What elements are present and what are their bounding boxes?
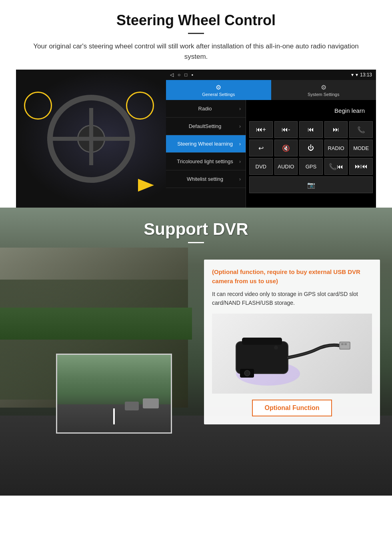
subtitle-text: Your original car's steering wheel contr…	[24, 41, 368, 62]
begin-learn-row: Begin learn	[249, 103, 373, 118]
ctrl-btn-gps[interactable]: GPS	[299, 158, 323, 175]
control-row-1: ⏮+ ⏮- ⏮ ⏭ 📞	[249, 121, 373, 138]
dvr-description-text: It can record video only to storage in G…	[212, 290, 372, 308]
dvr-thumb-car-1	[143, 398, 159, 408]
clock-display: 13:13	[360, 72, 372, 78]
svg-point-6	[274, 346, 278, 350]
nav-menu-icon[interactable]: ▪	[192, 72, 193, 78]
android-tabs: ⚙ General Settings ⚙ System Settings	[166, 80, 376, 100]
section-dvr: Support DVR (Optional function, require …	[0, 208, 392, 496]
ctrl-btn-dvd[interactable]: DVD	[249, 158, 273, 175]
begin-learn-button[interactable]: Begin learn	[326, 103, 373, 118]
left-control-highlight	[24, 92, 52, 120]
dvr-thumb-car-2	[125, 402, 139, 410]
tab-system-label: System Settings	[308, 92, 339, 97]
nav-square-icon[interactable]: □	[184, 72, 187, 78]
nav-home-icon[interactable]: ○	[178, 72, 180, 78]
chevron-icon: ›	[239, 124, 241, 129]
control-row-3: DVD AUDIO GPS 📞⏮ ⏭⏮	[249, 158, 373, 175]
chevron-icon: ›	[239, 141, 241, 147]
statusbar-nav: ◁ ○ □ ▪	[170, 72, 193, 78]
android-content-area: Radio › DefaultSetting › Steering Wheel …	[166, 100, 376, 208]
dvr-footage-thumbnail	[56, 354, 172, 434]
android-ui-panel: ◁ ○ □ ▪ ▾ ▾ 13:13 ⚙ General Settings	[166, 70, 376, 208]
menu-item-whitelist[interactable]: Whitelist setting ›	[166, 170, 246, 188]
tab-general-label: General Settings	[202, 92, 235, 97]
menu-item-tricoloured[interactable]: Tricoloured light settings ›	[166, 153, 246, 170]
ctrl-btn-radio[interactable]: RADIO	[324, 140, 348, 156]
ctrl-btn-audio[interactable]: AUDIO	[274, 158, 298, 175]
android-statusbar: ◁ ○ □ ▪ ▾ ▾ 13:13	[166, 70, 376, 80]
ctrl-btn-call-next[interactable]: ⏭⏮	[349, 158, 373, 175]
menu-item-default-setting[interactable]: DefaultSetting ›	[166, 118, 246, 135]
menu-item-radio[interactable]: Radio ›	[166, 100, 246, 118]
right-control-highlight	[126, 92, 154, 120]
device-demo-container: ◁ ○ □ ▪ ▾ ▾ 13:13 ⚙ General Settings	[16, 70, 376, 208]
dvr-title-area: Support DVR	[0, 208, 392, 247]
wifi-icon: ▾	[356, 72, 358, 78]
svg-rect-9	[341, 343, 344, 345]
ctrl-btn-call[interactable]: 📞	[349, 121, 373, 138]
ctrl-btn-vol-up[interactable]: ⏮+	[249, 121, 273, 138]
steering-wheel-photo	[16, 70, 166, 208]
dvr-camera-image	[212, 314, 372, 394]
ctrl-btn-power[interactable]: ⏻	[299, 140, 323, 156]
nav-back-icon[interactable]: ◁	[170, 72, 174, 78]
menu-item-steering-wheel[interactable]: Steering Wheel learning ›	[166, 135, 246, 153]
ctrl-btn-back[interactable]: ↩	[249, 140, 273, 156]
dvr-camera-svg	[228, 318, 356, 390]
signal-icon: ▾	[351, 72, 354, 78]
title-divider	[188, 33, 204, 34]
page-title: Steering Wheel Control	[16, 12, 376, 29]
tab-system-settings[interactable]: ⚙ System Settings	[271, 80, 376, 100]
system-icon: ⚙	[321, 84, 326, 91]
chevron-icon: ›	[239, 159, 241, 164]
statusbar-status: ▾ ▾ 13:13	[351, 72, 372, 78]
svg-point-5	[244, 370, 250, 376]
svg-rect-3	[242, 338, 282, 345]
dvr-info-card: (Optional function, require to buy exter…	[204, 260, 380, 424]
dvr-optional-note: (Optional function, require to buy exter…	[212, 268, 372, 286]
steering-controls-panel: Begin learn ⏮+ ⏮- ⏮ ⏭ 📞 ↩	[246, 100, 376, 208]
dvr-section-title: Support DVR	[0, 220, 392, 239]
tab-general-settings[interactable]: ⚙ General Settings	[166, 80, 271, 100]
ctrl-btn-mode[interactable]: MODE	[349, 140, 373, 156]
ctrl-btn-mute[interactable]: 🔇	[274, 140, 298, 156]
control-row-2: ↩ 🔇 ⏻ RADIO MODE	[249, 140, 373, 156]
dvr-title-divider	[188, 242, 204, 243]
ctrl-btn-call-prev[interactable]: 📞⏮	[324, 158, 348, 175]
steering-wheel-graphic	[47, 95, 135, 183]
ctrl-btn-next[interactable]: ⏭	[324, 121, 348, 138]
steering-wheel-bg	[16, 70, 166, 208]
optional-function-button[interactable]: Optional Function	[252, 400, 332, 416]
android-menu-panel: Radio › DefaultSetting › Steering Wheel …	[166, 100, 246, 208]
dvr-thumb-road-line	[113, 408, 115, 424]
svg-rect-10	[344, 343, 347, 345]
section-steering-wheel: Steering Wheel Control Your original car…	[0, 0, 392, 208]
ctrl-btn-vol-down[interactable]: ⏮-	[274, 121, 298, 138]
chevron-icon: ›	[239, 106, 241, 112]
settings-gear-icon: ⚙	[216, 84, 221, 91]
ctrl-btn-prev[interactable]: ⏮	[299, 121, 323, 138]
dvr-vegetation	[0, 308, 192, 340]
control-buttons-grid: ⏮+ ⏮- ⏮ ⏭ 📞 ↩ 🔇 ⏻ RADIO MODE	[249, 121, 373, 193]
chevron-icon: ›	[239, 176, 241, 182]
ctrl-btn-camera[interactable]: 📷	[249, 176, 373, 193]
direction-arrow	[138, 179, 162, 192]
control-row-4: 📷	[249, 176, 373, 193]
